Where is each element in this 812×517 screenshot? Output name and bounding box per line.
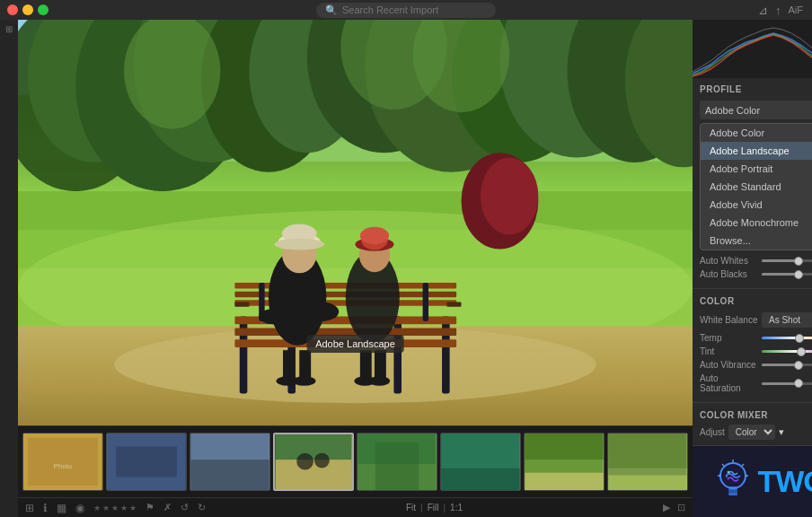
panels-icon[interactable]: ⊡ bbox=[677, 502, 685, 513]
profile-option-adobe-color[interactable]: Adobe Color 0 bbox=[701, 124, 812, 142]
flag-icon[interactable]: ⚑ bbox=[146, 502, 154, 513]
info-icon-status[interactable]: ℹ bbox=[43, 502, 48, 514]
svg-point-58 bbox=[369, 376, 391, 386]
watermark-section: TWOS bbox=[693, 446, 812, 517]
vibrance-row: Auto Vibrance 0 bbox=[700, 360, 812, 370]
profile-option-label-7: Browse... bbox=[710, 235, 751, 246]
svg-rect-55 bbox=[360, 350, 372, 379]
filmstrip-thumb-3[interactable] bbox=[190, 433, 270, 491]
image-tooltip: Adobe Landscape bbox=[306, 335, 404, 353]
color-section-header: COLOR B&W bbox=[700, 294, 812, 307]
image-area: Adobe Landscape bbox=[18, 20, 693, 425]
profile-dropdown[interactable]: Adobe Color ▾ bbox=[700, 101, 812, 119]
svg-rect-79 bbox=[608, 434, 686, 469]
adjust-label: Adjust bbox=[700, 427, 725, 437]
search-bar[interactable]: 🔍 bbox=[316, 3, 496, 18]
saturation-track[interactable] bbox=[762, 382, 812, 385]
status-bar-right: ▶ ⊡ bbox=[663, 502, 685, 513]
profile-option-label-3: Adobe Portrait bbox=[710, 163, 772, 174]
adjust-dropdown-arrow: ▾ bbox=[779, 426, 784, 438]
svg-rect-87 bbox=[728, 490, 737, 493]
info-icon[interactable]: AiF bbox=[789, 4, 804, 15]
zoom-label[interactable]: 1:1 bbox=[450, 503, 463, 513]
star-3[interactable]: ★ bbox=[111, 504, 119, 513]
filmstrip-thumb-1[interactable]: Photo bbox=[22, 433, 103, 491]
histogram-icon[interactable]: ▦ bbox=[57, 502, 66, 514]
slideshow-icon[interactable]: ▶ bbox=[663, 502, 670, 513]
search-icon: 🔍 bbox=[325, 4, 338, 16]
svg-rect-74 bbox=[441, 469, 519, 490]
svg-rect-80 bbox=[608, 476, 686, 490]
color-mixer-section: COLOR MIXER Adjust Color ▾ bbox=[693, 403, 812, 446]
auto-whites-row: Auto Whites 0 bbox=[700, 256, 812, 266]
brand-text: TWOS bbox=[758, 464, 813, 499]
reject-icon[interactable]: ✗ bbox=[163, 502, 172, 513]
tint-row: Tint +11 bbox=[700, 346, 812, 356]
filmstrip-thumb-6[interactable] bbox=[440, 433, 521, 491]
rotate-icon[interactable]: ↺ bbox=[181, 502, 189, 513]
auto-whites-track[interactable] bbox=[762, 259, 812, 262]
svg-point-39 bbox=[259, 309, 287, 324]
profile-option-adobe-monochrome[interactable]: Adobe Monochrome 0 bbox=[701, 214, 812, 232]
auto-blacks-row: Auto Blacks 0 bbox=[700, 269, 812, 279]
histogram-svg bbox=[693, 20, 812, 78]
filter-icon[interactable]: ⊿ bbox=[758, 4, 768, 17]
tint-label: Tint bbox=[700, 346, 758, 356]
svg-point-84 bbox=[727, 470, 729, 473]
profile-option-label-5: Adobe Vivid bbox=[710, 199, 763, 210]
svg-point-68 bbox=[296, 453, 313, 470]
svg-point-40 bbox=[304, 302, 340, 321]
filmstrip-thumb-4-selected[interactable] bbox=[273, 433, 354, 491]
svg-line-91 bbox=[722, 464, 724, 466]
filmstrip-thumb-8[interactable] bbox=[607, 433, 688, 491]
color-label: COLOR bbox=[700, 296, 735, 306]
profile-option-adobe-landscape[interactable]: Adobe Landscape ✓ bbox=[701, 142, 812, 160]
profile-option-adobe-standard[interactable]: Adobe Standard 0 bbox=[701, 178, 812, 196]
svg-point-45 bbox=[274, 239, 324, 250]
color-picker-icon[interactable]: ◉ bbox=[75, 502, 84, 514]
fill-label[interactable]: Fill bbox=[428, 503, 439, 513]
close-button[interactable] bbox=[7, 4, 18, 15]
svg-rect-76 bbox=[525, 434, 603, 460]
svg-point-50 bbox=[360, 227, 389, 244]
auto-whites-label: Auto Whites bbox=[700, 256, 758, 266]
svg-rect-37 bbox=[446, 302, 461, 307]
search-input[interactable] bbox=[342, 4, 477, 15]
star-2[interactable]: ★ bbox=[102, 504, 110, 513]
svg-rect-77 bbox=[525, 473, 603, 490]
profile-option-adobe-portrait[interactable]: Adobe Portrait 0 bbox=[701, 160, 812, 178]
right-panel: PROFILE Browse Adobe Color ▾ Adobe Color… bbox=[693, 20, 812, 517]
profile-dropdown-menu: Adobe Color 0 Adobe Landscape ✓ Adobe Po… bbox=[700, 123, 812, 250]
vibrance-track[interactable] bbox=[762, 364, 812, 366]
star-5[interactable]: ★ bbox=[129, 504, 137, 513]
share-icon[interactable]: ↑ bbox=[775, 4, 781, 17]
profile-option-adobe-vivid[interactable]: Adobe Vivid 0 bbox=[701, 196, 812, 214]
filmstrip-thumb-5[interactable] bbox=[357, 433, 437, 491]
star-4[interactable]: ★ bbox=[120, 504, 128, 513]
traffic-lights bbox=[0, 4, 49, 15]
svg-point-21 bbox=[481, 158, 538, 235]
profile-option-label-4: Adobe Standard bbox=[710, 181, 781, 192]
auto-blacks-track[interactable] bbox=[762, 273, 812, 276]
wb-dropdown[interactable]: As Shot bbox=[762, 312, 812, 328]
adjust-dropdown[interactable]: Color bbox=[728, 425, 775, 440]
maximize-button[interactable] bbox=[38, 4, 49, 15]
svg-rect-72 bbox=[375, 443, 419, 490]
filmstrip-thumb-2[interactable] bbox=[106, 433, 187, 491]
titlebar: 🔍 ⊿ ↑ AiF bbox=[0, 0, 812, 20]
grid-icon[interactable]: ⊞ bbox=[25, 502, 34, 514]
rotate-right-icon[interactable]: ↻ bbox=[198, 502, 206, 513]
wb-label: White Balance bbox=[700, 315, 758, 325]
star-1[interactable]: ★ bbox=[93, 504, 101, 513]
filmstrip-thumb-7[interactable] bbox=[524, 433, 605, 491]
color-section: COLOR B&W White Balance As Shot ✦ Temp bbox=[693, 289, 812, 403]
tint-track[interactable] bbox=[762, 350, 812, 353]
saturation-row: Auto Saturation 0 bbox=[700, 373, 812, 393]
svg-rect-86 bbox=[728, 486, 737, 490]
sidebar-icon-1[interactable]: ⊞ bbox=[3, 24, 15, 37]
profile-option-browse[interactable]: Browse... 0 bbox=[701, 232, 812, 250]
minimize-button[interactable] bbox=[22, 4, 33, 15]
temp-track[interactable] bbox=[762, 337, 812, 339]
auto-blacks-label: Auto Blacks bbox=[700, 269, 758, 279]
fit-label[interactable]: Fit bbox=[406, 503, 416, 513]
